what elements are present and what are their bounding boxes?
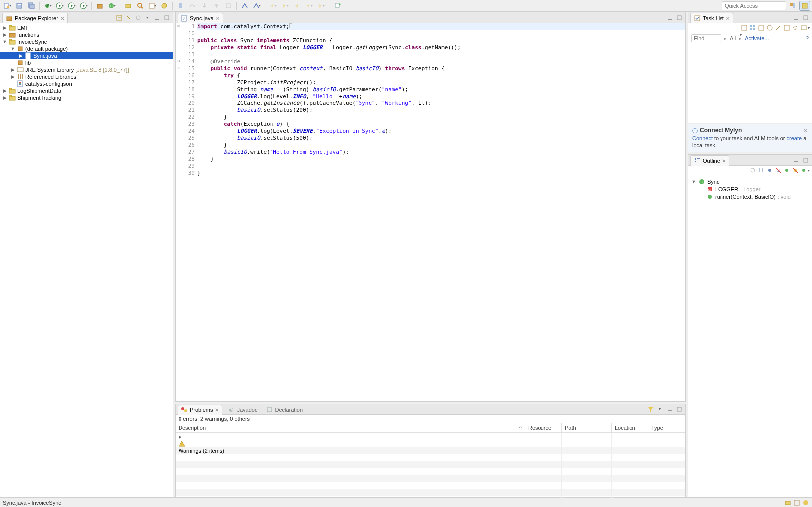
toggle-mark-button[interactable] — [175, 1, 186, 11]
last-edit-button[interactable] — [291, 1, 302, 11]
nav-back-button[interactable]: ▾ — [303, 1, 314, 11]
tree-node[interactable]: lib — [0, 59, 173, 66]
minimize-editor-button[interactable] — [666, 14, 674, 22]
coverage-button[interactable]: ▾ — [78, 1, 89, 11]
new-task-button[interactable]: ▾ — [741, 24, 748, 32]
new-wizard-button[interactable]: ▾ — [2, 1, 13, 11]
task-all-label[interactable]: All — [730, 35, 736, 41]
outline-node[interactable]: runner(Context, BasicIO) : void — [691, 193, 809, 200]
outline-tab[interactable]: Outline ✕ — [690, 155, 729, 166]
outline-tree[interactable]: ▼CSyncSFLOGGER : Loggerrunner(Context, B… — [688, 176, 812, 202]
close-icon[interactable]: ✕ — [60, 16, 64, 21]
tree-node[interactable]: ▶JRE System Library [Java SE 8 [1.8.0_77… — [0, 66, 173, 73]
task-list-body[interactable] — [688, 43, 812, 123]
close-icon[interactable]: ✕ — [215, 407, 219, 413]
minimize-view-button[interactable] — [792, 14, 800, 22]
status-btn-1[interactable] — [784, 499, 791, 506]
twist-icon[interactable]: ▶ — [2, 32, 7, 37]
save-button[interactable] — [14, 1, 25, 11]
close-icon[interactable]: ✕ — [803, 128, 808, 134]
twist-icon[interactable]: ▶ — [10, 67, 15, 72]
tree-node[interactable]: ▶Referenced Libraries — [0, 73, 173, 80]
problems-rows[interactable]: ▶ ! Warnings (2 items) — [176, 433, 685, 503]
close-icon[interactable]: ✕ — [722, 158, 726, 164]
code-area[interactable]: import com.catalyst.Context;public class… — [197, 23, 685, 401]
annotation-ruler[interactable]: ⊞⊖▵ — [176, 23, 181, 401]
problems-row[interactable]: ▶ ! Warnings (2 items) — [176, 433, 685, 440]
view-menu-button[interactable]: ▾ — [809, 167, 810, 175]
step-over-button[interactable] — [187, 1, 198, 11]
nav-forward-button[interactable]: ▾ — [315, 1, 326, 11]
new-package-button[interactable] — [94, 1, 105, 11]
open-task-button[interactable]: ▾ — [147, 1, 158, 11]
twist-icon[interactable]: ▶ — [10, 74, 15, 79]
twist-icon[interactable]: ▼ — [2, 39, 7, 44]
focus-button[interactable] — [749, 167, 756, 175]
maximize-view-button[interactable] — [802, 156, 810, 164]
tree-node[interactable]: ▶functions — [0, 31, 173, 38]
problems-header[interactable]: Description ^ Resource Path Location Typ… — [176, 423, 685, 433]
javadoc-tab[interactable]: @ Javadoc — [224, 405, 261, 415]
open-type-button[interactable] — [123, 1, 134, 11]
run-button[interactable]: ▾ — [54, 1, 65, 11]
mylyn-create-link[interactable]: create — [787, 135, 802, 141]
task-presentation-button[interactable] — [800, 24, 807, 32]
hide-fields-button[interactable] — [766, 167, 773, 175]
tree-node[interactable]: ▶ShipmentTracking — [0, 94, 173, 101]
annotate-button[interactable] — [159, 1, 170, 11]
status-btn-2[interactable] — [793, 499, 800, 506]
hide-local-button[interactable] — [792, 167, 799, 175]
problems-tab[interactable]: Problems ✕ — [178, 405, 222, 415]
status-btn-3[interactable] — [802, 499, 809, 506]
editor-tab[interactable]: J Sync.java ✕ — [178, 13, 223, 23]
help-icon[interactable]: ? — [806, 35, 809, 41]
link-with-editor-button[interactable] — [800, 167, 807, 175]
twist-icon[interactable]: ▶ — [18, 53, 23, 58]
maximize-view-button[interactable] — [802, 14, 810, 22]
declaration-tab[interactable]: Declaration — [263, 405, 306, 415]
step-into-button[interactable] — [199, 1, 210, 11]
package-tree[interactable]: ▶EMI▶functions▼InvoiceSync▼(default pack… — [0, 23, 173, 497]
twist-icon[interactable]: ▶ — [2, 25, 7, 30]
collapse-all-button[interactable] — [115, 14, 123, 22]
toggle-breadcrumb-button[interactable] — [239, 1, 250, 11]
collapse-all-button[interactable] — [783, 24, 790, 32]
tree-node[interactable]: ▼(default package) — [0, 45, 173, 52]
focus-task-button[interactable] — [134, 14, 142, 22]
task-activate-link[interactable]: Activate... — [745, 35, 769, 41]
pin-editor-button[interactable] — [332, 1, 343, 11]
close-icon[interactable]: ✕ — [726, 16, 730, 21]
twist-icon[interactable]: ▶ — [2, 95, 7, 100]
minimize-view-button[interactable] — [792, 156, 800, 164]
tree-node[interactable]: ▶LogShipmentData — [0, 87, 173, 94]
search-button[interactable] — [135, 1, 146, 11]
tree-node[interactable]: ▶EMI — [0, 24, 173, 31]
forward-button[interactable]: ▾ — [279, 1, 290, 11]
view-menu-button[interactable]: ▾ — [809, 24, 810, 32]
link-with-editor-button[interactable] — [125, 14, 133, 22]
close-icon[interactable]: ✕ — [216, 16, 220, 21]
twist-icon[interactable]: ▶ — [2, 88, 7, 93]
synchronize-button[interactable] — [792, 24, 799, 32]
package-explorer-tab[interactable]: Package Explorer ✕ — [2, 13, 68, 23]
scheduled-button[interactable] — [758, 24, 765, 32]
back-button[interactable]: ▾ — [268, 1, 278, 11]
save-all-button[interactable] — [26, 1, 37, 11]
twist-icon[interactable]: ▼ — [10, 46, 15, 51]
problems-filter-button[interactable] — [647, 406, 655, 413]
step-return-button[interactable] — [211, 1, 222, 11]
drop-to-frame-button[interactable] — [223, 1, 234, 11]
outline-node[interactable]: SFLOGGER : Logger — [691, 185, 809, 193]
minimize-view-button[interactable] — [666, 406, 674, 413]
debug-button[interactable]: ▾ — [42, 1, 53, 11]
twist-icon[interactable]: ▼ — [691, 179, 696, 184]
tree-node[interactable]: ▶JSync.java — [0, 52, 173, 59]
view-menu-button[interactable]: ▾ — [144, 14, 152, 22]
view-menu-button[interactable]: ▾ — [656, 406, 664, 413]
maximize-view-button[interactable] — [163, 14, 171, 22]
java-perspective-button[interactable]: J — [799, 1, 810, 11]
editor-body[interactable]: ⊞⊖▵ 110111213141516171819202122232425262… — [176, 23, 685, 401]
minimize-view-button[interactable] — [153, 14, 161, 22]
categorized-button[interactable] — [749, 24, 756, 32]
hide-nonpublic-button[interactable] — [783, 167, 790, 175]
